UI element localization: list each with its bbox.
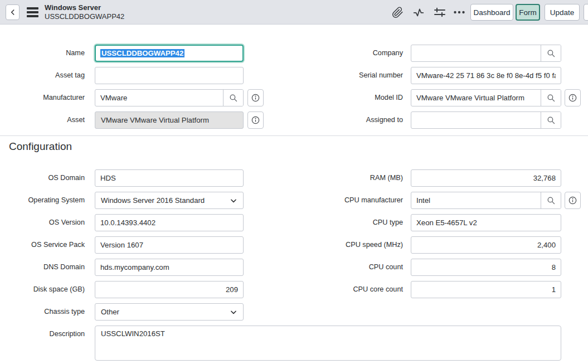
chassis-type-select[interactable]: Other: [95, 303, 244, 321]
section-divider: [0, 135, 588, 136]
cpu-speed-label: CPU speed (MHz): [295, 236, 403, 254]
disk-space-input[interactable]: [95, 281, 244, 298]
cpu-core-count-label: CPU core count: [295, 281, 403, 298]
cpu-manufacturer-info-button[interactable]: [565, 192, 581, 209]
asset-label: Asset: [0, 111, 85, 129]
company-field: [411, 45, 561, 62]
manufacturer-input[interactable]: [95, 90, 223, 106]
company-search-button[interactable]: [541, 45, 561, 61]
search-icon: [229, 93, 238, 103]
cpu-type-label: CPU type: [295, 214, 403, 231]
page-title: Windows Server: [45, 3, 124, 12]
more-options-icon[interactable]: [453, 6, 466, 19]
info-icon: [251, 115, 260, 125]
cpu-count-label: CPU count: [295, 259, 403, 276]
serial-number-input[interactable]: [411, 67, 561, 84]
model-id-label: Model ID: [295, 89, 403, 106]
attachment-icon[interactable]: [391, 6, 404, 19]
name-label: Name: [0, 45, 85, 62]
os-version-label: OS Version: [0, 214, 85, 231]
operating-system-select[interactable]: Windows Server 2016 Standard: [95, 192, 244, 209]
info-icon: [568, 93, 577, 103]
manufacturer-search-button[interactable]: [223, 90, 243, 106]
company-label: Company: [295, 45, 403, 62]
cpu-manufacturer-search-button[interactable]: [541, 192, 561, 208]
manufacturer-field: [95, 89, 244, 106]
chevron-down-icon: [230, 197, 237, 205]
back-button[interactable]: [6, 4, 20, 20]
assigned-to-input[interactable]: [411, 112, 541, 128]
operating-system-value: Windows Server 2016 Standard: [101, 196, 205, 205]
description-textarea[interactable]: [95, 326, 561, 361]
dns-domain-label: DNS Domain: [0, 259, 85, 276]
update-button[interactable]: Update: [545, 4, 580, 21]
model-id-field: [411, 89, 561, 106]
cpu-speed-input[interactable]: [411, 236, 561, 254]
assigned-to-search-button[interactable]: [541, 112, 561, 128]
name-input[interactable]: USSCLDDBOGWAPP42: [95, 45, 244, 62]
serial-number-label: Serial number: [295, 67, 403, 84]
asset-tag-input[interactable]: [95, 67, 244, 84]
manufacturer-label: Manufacturer: [0, 89, 85, 106]
record-subtitle: USSCLDDBOGWAPP42: [45, 12, 124, 21]
asset-info-button[interactable]: [247, 111, 264, 129]
chassis-type-value: Other: [101, 308, 119, 316]
overflow-button-partial[interactable]: [584, 4, 588, 21]
cpu-manufacturer-label: CPU manufacturer: [295, 192, 403, 209]
description-label: Description: [0, 326, 85, 343]
dashboard-button[interactable]: Dashboard: [470, 4, 513, 21]
personalize-form-icon[interactable]: [433, 6, 446, 19]
cpu-manufacturer-field: [411, 192, 561, 209]
chevron-down-icon: [230, 308, 237, 316]
assigned-to-field: [411, 111, 561, 129]
company-input[interactable]: [411, 45, 541, 61]
activity-stream-icon[interactable]: [412, 6, 425, 19]
configuration-section-title: Configuration: [9, 140, 72, 153]
cpu-count-input[interactable]: [411, 259, 561, 276]
info-icon: [568, 196, 577, 205]
menu-icon[interactable]: [27, 7, 38, 17]
os-version-input[interactable]: [95, 214, 244, 231]
chassis-type-label: Chassis type: [0, 303, 85, 321]
search-icon: [546, 115, 556, 125]
ram-input[interactable]: [411, 169, 561, 187]
os-domain-label: OS Domain: [0, 169, 85, 187]
cpu-core-count-input[interactable]: [411, 281, 561, 298]
chevron-left-icon: [9, 8, 17, 16]
asset-tag-label: Asset tag: [0, 67, 85, 84]
disk-space-label: Disk space (GB): [0, 281, 85, 298]
os-service-pack-label: OS Service Pack: [0, 236, 85, 254]
page-title-block: Windows Server USSCLDDBOGWAPP42: [45, 3, 124, 21]
assigned-to-label: Assigned to: [295, 111, 403, 129]
model-id-input[interactable]: [411, 90, 541, 106]
asset-readonly-field: VMware VMware Virtual Platform: [95, 111, 244, 129]
operating-system-label: Operating System: [0, 192, 85, 209]
name-selected-text: USSCLDDBOGWAPP42: [100, 49, 184, 57]
os-domain-input[interactable]: [95, 169, 244, 187]
model-id-info-button[interactable]: [565, 89, 581, 106]
dns-domain-input[interactable]: [95, 259, 244, 276]
manufacturer-info-button[interactable]: [247, 89, 264, 106]
info-icon: [251, 93, 260, 103]
search-icon: [546, 93, 556, 103]
cpu-manufacturer-input[interactable]: [411, 192, 541, 208]
model-id-search-button[interactable]: [541, 90, 561, 106]
ram-label: RAM (MB): [295, 169, 403, 187]
search-icon: [546, 48, 556, 58]
cpu-type-input[interactable]: [411, 214, 561, 231]
search-icon: [546, 196, 556, 205]
header-bar: Windows Server USSCLDDBOGWAPP42 Dashboar…: [0, 0, 588, 25]
os-service-pack-input[interactable]: [95, 236, 244, 254]
form-button[interactable]: Form: [516, 4, 540, 21]
